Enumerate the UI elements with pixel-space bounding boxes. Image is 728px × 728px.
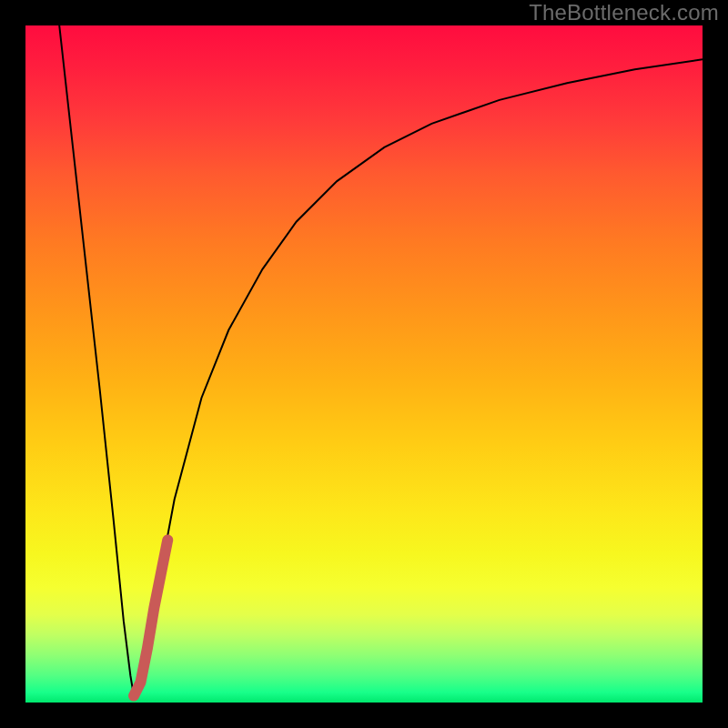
- watermark-text: TheBottleneck.com: [529, 0, 719, 25]
- highlight-segment-path: [134, 540, 167, 695]
- chart-svg: [25, 25, 703, 703]
- chart-frame: TheBottleneck.com: [0, 0, 728, 728]
- plot-area: [25, 25, 703, 703]
